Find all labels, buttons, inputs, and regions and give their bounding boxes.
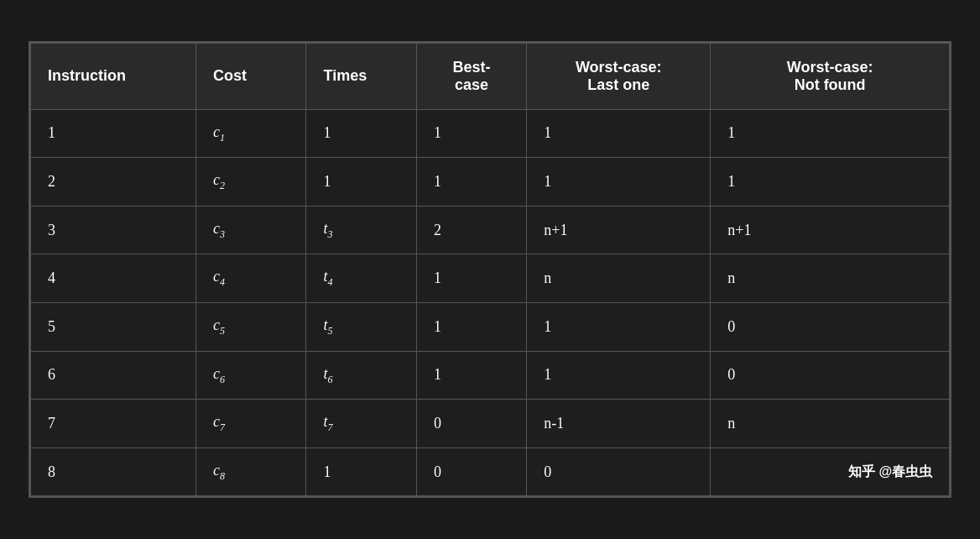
cell-times: t6 (306, 351, 416, 400)
header-worst-not-found: Worst-case:Not found (711, 43, 950, 109)
table-container: Instruction Cost Times Best-case Worst-c… (29, 41, 951, 499)
table-row: 5c5t5110 (31, 303, 950, 352)
cell-cost: c8 (196, 447, 306, 496)
cell-cost: c1 (196, 109, 306, 158)
header-instruction: Instruction (31, 43, 196, 109)
table-row: 3c3t32n+1n+1 (31, 206, 950, 254)
cell-best-case: 2 (416, 206, 526, 254)
cell-cost: c3 (196, 206, 306, 254)
cell-worst-not-found: n+1 (711, 206, 950, 254)
table-row: 1c11111 (31, 109, 950, 158)
cell-worst-not-found: n (711, 254, 950, 303)
table-row: 7c7t70n-1n (31, 400, 950, 448)
cell-instruction: 6 (31, 351, 196, 400)
cell-worst-not-found: 1 (711, 109, 950, 158)
cell-instruction: 3 (31, 206, 196, 254)
cell-worst-not-found: 知乎 @春虫虫 (711, 447, 950, 496)
cell-instruction: 1 (31, 109, 196, 158)
cell-times: 1 (306, 158, 416, 207)
cell-worst-last: 1 (527, 158, 711, 207)
cell-worst-not-found: 0 (711, 351, 950, 400)
cell-worst-not-found: 1 (711, 158, 950, 207)
cell-worst-last: 1 (527, 109, 711, 158)
algorithm-cost-table: Instruction Cost Times Best-case Worst-c… (30, 43, 950, 497)
cell-worst-last: n+1 (527, 206, 711, 254)
cell-instruction: 7 (31, 400, 196, 448)
cell-worst-last: n (527, 254, 711, 303)
header-times: Times (306, 43, 416, 109)
cell-times: t7 (306, 400, 416, 448)
cell-best-case: 1 (416, 109, 526, 158)
cell-instruction: 5 (31, 303, 196, 352)
cell-cost: c5 (196, 303, 306, 352)
cell-cost: c7 (196, 400, 306, 448)
cell-times: t3 (306, 206, 416, 254)
cell-cost: c4 (196, 254, 306, 303)
cell-worst-last: 1 (527, 303, 711, 352)
cell-times: 1 (306, 447, 416, 496)
cell-best-case: 0 (416, 400, 526, 448)
cell-instruction: 4 (31, 254, 196, 303)
cell-times: 1 (306, 109, 416, 158)
cell-instruction: 8 (31, 447, 196, 496)
cell-cost: c2 (196, 158, 306, 207)
cell-best-case: 0 (416, 447, 526, 496)
cell-best-case: 1 (416, 351, 526, 400)
table-row: 6c6t6110 (31, 351, 950, 400)
cell-worst-last: n-1 (527, 400, 711, 448)
cell-best-case: 1 (416, 254, 526, 303)
cell-worst-last: 1 (527, 351, 711, 400)
cell-best-case: 1 (416, 303, 526, 352)
header-row: Instruction Cost Times Best-case Worst-c… (31, 43, 950, 109)
cell-cost: c6 (196, 351, 306, 400)
cell-best-case: 1 (416, 158, 526, 207)
cell-instruction: 2 (31, 158, 196, 207)
table-row: 4c4t41nn (31, 254, 950, 303)
cell-worst-not-found: 0 (711, 303, 950, 352)
table-row: 8c8100知乎 @春虫虫 (31, 447, 950, 496)
cell-worst-not-found: n (711, 400, 950, 448)
table-row: 2c21111 (31, 158, 950, 207)
cell-times: t5 (306, 303, 416, 352)
header-best-case: Best-case (416, 43, 526, 109)
cell-times: t4 (306, 254, 416, 303)
cell-worst-last: 0 (527, 447, 711, 496)
header-cost: Cost (196, 43, 306, 109)
header-worst-last: Worst-case:Last one (527, 43, 711, 109)
